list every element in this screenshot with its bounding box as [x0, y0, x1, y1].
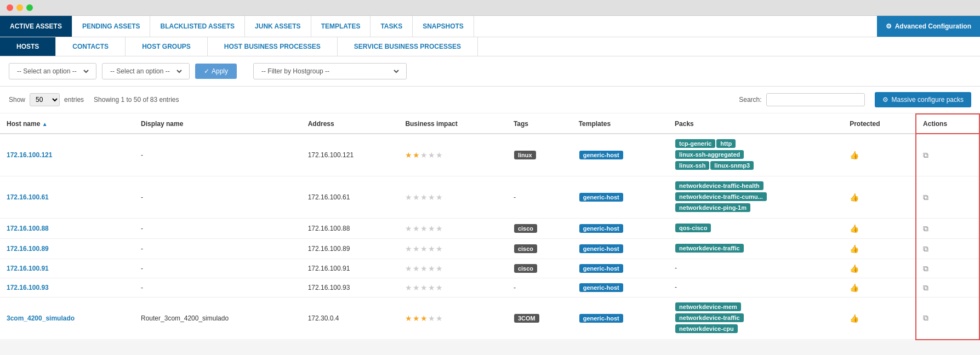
actions-cell: ⧉: [916, 259, 979, 278]
subtab-host-business-processes[interactable]: HOST BUSINESS PROCESSES: [208, 37, 338, 56]
display-name-cell: -: [134, 259, 301, 278]
tab-templates[interactable]: TEMPLATES: [311, 16, 371, 37]
tag-badge: generic-host: [579, 151, 623, 159]
pack-badge: networkdevice-traffic: [675, 244, 744, 253]
address-cell: 172.16.100.121: [301, 134, 399, 176]
subtab-host-groups[interactable]: HOST GROUPS: [126, 37, 208, 56]
protected-cell: 👍: [843, 134, 916, 176]
actions-cell: ⧉: [916, 176, 979, 219]
copy-icon[interactable]: ⧉: [923, 313, 928, 322]
search-input[interactable]: [766, 93, 865, 106]
actions-cell: ⧉: [916, 297, 979, 340]
display-name-cell: -: [134, 134, 301, 176]
tags-cell: cisco: [507, 219, 572, 239]
col-tags[interactable]: Tags: [507, 114, 572, 134]
tab-blacklisted-assets[interactable]: BLACKLISTED ASSETS: [150, 16, 245, 37]
host-link[interactable]: 172.16.100.91: [7, 265, 49, 272]
host-link[interactable]: 172.16.100.88: [7, 225, 49, 232]
table-row: 172.16.100.61-172.16.100.61★★★★★-generic…: [0, 176, 979, 219]
advanced-config-button[interactable]: ⚙ Advanced Configuration: [877, 16, 980, 37]
tab-tasks[interactable]: TASKS: [371, 16, 413, 37]
host-link[interactable]: 3com_4200_simulado: [7, 314, 75, 322]
col-address[interactable]: Address: [301, 114, 399, 134]
copy-icon[interactable]: ⧉: [923, 283, 928, 292]
col-actions: Actions: [916, 114, 979, 134]
host-link[interactable]: 172.16.100.121: [7, 151, 52, 159]
copy-icon[interactable]: ⧉: [923, 193, 928, 202]
col-packs[interactable]: Packs: [668, 114, 843, 134]
protected-icon: 👍: [850, 224, 859, 233]
tab-pending-assets[interactable]: PENDING ASSETS: [72, 16, 151, 37]
host-link[interactable]: 172.16.100.61: [7, 193, 49, 201]
col-business-impact[interactable]: Business impact: [398, 114, 507, 134]
col-displayname[interactable]: Display name: [134, 114, 301, 134]
filter-select-1-dropdown[interactable]: -- Select an option --: [15, 67, 90, 76]
copy-icon[interactable]: ⧉: [923, 224, 928, 233]
apply-button[interactable]: ✓ Apply: [195, 64, 237, 79]
pack-badge: linux-ssh-aggregated: [675, 150, 744, 159]
host-link[interactable]: 172.16.100.93: [7, 284, 49, 291]
filter-select-2-dropdown[interactable]: -- Select an option --: [108, 67, 184, 76]
display-name-cell: -: [134, 239, 301, 259]
protected-cell: 👍: [843, 278, 916, 297]
gear-icon: ⚙: [882, 96, 888, 104]
address-cell: 172.16.100.61: [301, 176, 399, 219]
entries-label: entries: [64, 96, 84, 104]
tags-cell: linux: [507, 134, 572, 176]
pack-badge: qos-cisco: [675, 224, 711, 232]
packs-cell: tcp-generichttplinux-ssh-aggregatedlinux…: [668, 134, 843, 176]
templates-cell: generic-host: [572, 176, 668, 219]
protected-icon: 👍: [850, 193, 859, 202]
copy-icon[interactable]: ⧉: [923, 244, 928, 253]
table-row: 172.16.100.91-172.16.100.91★★★★★ciscogen…: [0, 259, 979, 278]
protected-cell: 👍: [843, 176, 916, 219]
templates-cell: generic-host: [572, 219, 668, 239]
show-entries-select[interactable]: 50 25 100: [30, 93, 60, 106]
filter-select-2[interactable]: -- Select an option --: [102, 63, 190, 79]
col-templates[interactable]: Templates: [572, 114, 668, 134]
copy-icon[interactable]: ⧉: [923, 264, 928, 273]
col-protected[interactable]: Protected: [843, 114, 916, 134]
tag-badge: generic-host: [579, 264, 623, 273]
pack-badge: networkdevice-cpu: [675, 324, 738, 333]
templates-cell: generic-host: [572, 134, 668, 176]
gear-icon: ⚙: [886, 22, 892, 30]
tag-badge: 3COM: [514, 314, 539, 323]
display-name-cell: Router_3com_4200_simulado: [134, 297, 301, 340]
table-row: 172.16.100.121-172.16.100.121★★★★★linuxg…: [0, 134, 979, 176]
copy-icon[interactable]: ⧉: [923, 151, 928, 159]
packs-cell: -: [668, 259, 843, 278]
packs-cell: networkdevice-traffic-healthnetworkdevic…: [668, 176, 843, 219]
protected-cell: 👍: [843, 297, 916, 340]
business-impact-cell: ★★★★★: [398, 297, 507, 340]
business-impact-cell: ★★★★★: [398, 259, 507, 278]
subtab-service-business-processes[interactable]: SERVICE BUSINESS PROCESSES: [338, 37, 478, 56]
tab-snapshots[interactable]: SNAPSHOTS: [413, 16, 474, 37]
actions-cell: ⧉: [916, 134, 979, 176]
tab-active-assets[interactable]: ACTIVE ASSETS: [0, 16, 72, 37]
protected-cell: 👍: [843, 219, 916, 239]
table-row: 3com_4200_simuladoRouter_3com_4200_simul…: [0, 297, 979, 340]
protected-cell: 👍: [843, 259, 916, 278]
packs-cell: networkdevice-traffic: [668, 239, 843, 259]
massive-configure-button[interactable]: ⚙ Massive configure packs: [875, 92, 971, 107]
close-button[interactable]: [7, 4, 13, 11]
filter-hostgroup-dropdown[interactable]: -- Filter by Hostgroup --: [259, 67, 401, 76]
col-hostname[interactable]: Host name ▲: [0, 114, 134, 134]
filter-select-1[interactable]: -- Select an option --: [9, 63, 96, 79]
tag-badge: cisco: [514, 244, 537, 253]
maximize-button[interactable]: [26, 4, 33, 11]
templates-cell: generic-host: [572, 239, 668, 259]
subtab-hosts[interactable]: HOSTS: [0, 37, 56, 56]
minimize-button[interactable]: [16, 4, 23, 11]
host-link[interactable]: 172.16.100.89: [7, 245, 49, 253]
pack-badge: networkdevice-traffic-health: [675, 181, 764, 190]
filter-hostgroup[interactable]: -- Filter by Hostgroup --: [253, 63, 407, 79]
display-name-cell: -: [134, 278, 301, 297]
protected-icon: 👍: [850, 314, 859, 323]
display-name-cell: -: [134, 176, 301, 219]
tab-junk-assets[interactable]: JUNK ASSETS: [245, 16, 311, 37]
business-impact-cell: ★★★★★: [398, 278, 507, 297]
subtab-contacts[interactable]: CONTACTS: [56, 37, 126, 56]
tags-cell: cisco: [507, 239, 572, 259]
